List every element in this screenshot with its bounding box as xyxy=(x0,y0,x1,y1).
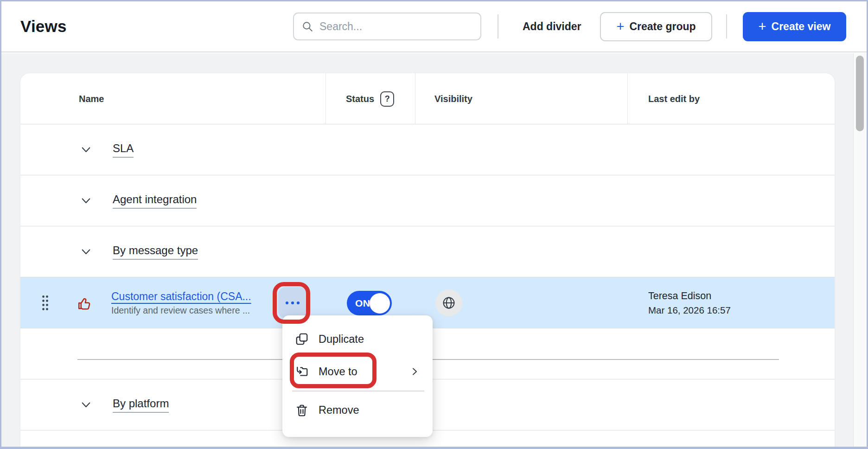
visibility-globe-badge xyxy=(435,289,462,316)
duplicate-icon xyxy=(295,332,309,346)
create-view-button[interactable]: + Create view xyxy=(743,12,846,41)
add-divider-label: Add divider xyxy=(523,20,581,33)
add-divider-button[interactable]: Add divider xyxy=(511,13,593,40)
plus-icon: + xyxy=(759,20,766,33)
globe-icon xyxy=(441,295,456,310)
group-row-sla: SLA xyxy=(20,124,835,175)
toolbar-separator xyxy=(498,14,498,38)
group-row-agent-integration: Agent integration xyxy=(20,175,835,226)
main-content: Name Status ? Visibility Last edit by SL… xyxy=(1,53,867,447)
toolbar-separator xyxy=(726,14,727,38)
trash-icon xyxy=(295,404,309,417)
chevron-down-icon[interactable] xyxy=(80,398,92,411)
view-name-cell: Customer satisfaction (CSA... Identify a… xyxy=(111,277,251,328)
vertical-scrollbar-track[interactable] xyxy=(853,53,867,447)
view-description: Identify and review cases where ... xyxy=(111,305,251,316)
column-header-visibility: Visibility xyxy=(434,73,472,124)
menu-separator xyxy=(292,391,424,391)
create-group-button[interactable]: + Create group xyxy=(600,12,712,41)
chevron-down-icon[interactable] xyxy=(80,194,92,207)
menu-item-move-to[interactable]: Move to xyxy=(282,355,433,388)
group-name-link[interactable]: By platform xyxy=(113,397,169,413)
vertical-scrollbar-thumb[interactable] xyxy=(856,56,864,131)
view-name-link[interactable]: Customer satisfaction (CSA... xyxy=(111,290,251,303)
status-toggle[interactable]: ON xyxy=(347,291,392,315)
top-bar: Views Add divider + Create group + Creat… xyxy=(1,1,867,52)
drag-handle-icon[interactable] xyxy=(42,295,49,313)
column-header-last-edit-by: Last edit by xyxy=(648,73,700,124)
menu-item-duplicate[interactable]: Duplicate xyxy=(282,323,433,355)
plus-icon: + xyxy=(616,20,624,33)
overflow-menu-button[interactable] xyxy=(278,287,307,318)
search-box[interactable] xyxy=(293,13,481,40)
group-name-link[interactable]: SLA xyxy=(113,142,134,158)
status-help-icon[interactable]: ? xyxy=(380,91,394,107)
menu-item-label: Move to xyxy=(319,366,357,378)
search-input[interactable] xyxy=(319,20,473,33)
column-header-status: Status ? xyxy=(346,73,394,124)
create-group-label: Create group xyxy=(629,20,696,33)
chevron-down-icon[interactable] xyxy=(80,143,92,156)
status-header-label: Status xyxy=(346,94,374,104)
thumbs-up-icon xyxy=(77,295,93,314)
create-view-label: Create view xyxy=(772,20,831,33)
menu-item-label: Remove xyxy=(319,404,359,417)
last-edit-timestamp: Mar 16, 2026 16:57 xyxy=(648,305,731,316)
last-edit-author: Teresa Edison xyxy=(648,290,731,302)
group-row-by-message-type: By message type xyxy=(20,226,835,277)
toggle-on-label: ON xyxy=(355,291,370,315)
context-menu: Duplicate Move to Remove xyxy=(282,315,433,437)
chevron-right-icon xyxy=(409,366,420,377)
column-header-name: Name xyxy=(79,73,104,124)
page-title: Views xyxy=(20,1,67,51)
group-name-link[interactable]: Agent integration xyxy=(113,193,197,209)
menu-item-label: Duplicate xyxy=(319,333,364,346)
group-name-link[interactable]: By message type xyxy=(113,244,198,260)
move-to-folder-icon xyxy=(295,365,309,378)
table-header-row: Name Status ? Visibility Last edit by xyxy=(20,73,835,124)
search-icon xyxy=(301,20,313,32)
last-edit-cell: Teresa Edison Mar 16, 2026 16:57 xyxy=(648,277,731,328)
ellipsis-icon xyxy=(285,301,300,305)
menu-item-remove[interactable]: Remove xyxy=(282,394,433,427)
toggle-knob xyxy=(370,293,390,314)
chevron-down-icon[interactable] xyxy=(80,245,92,258)
